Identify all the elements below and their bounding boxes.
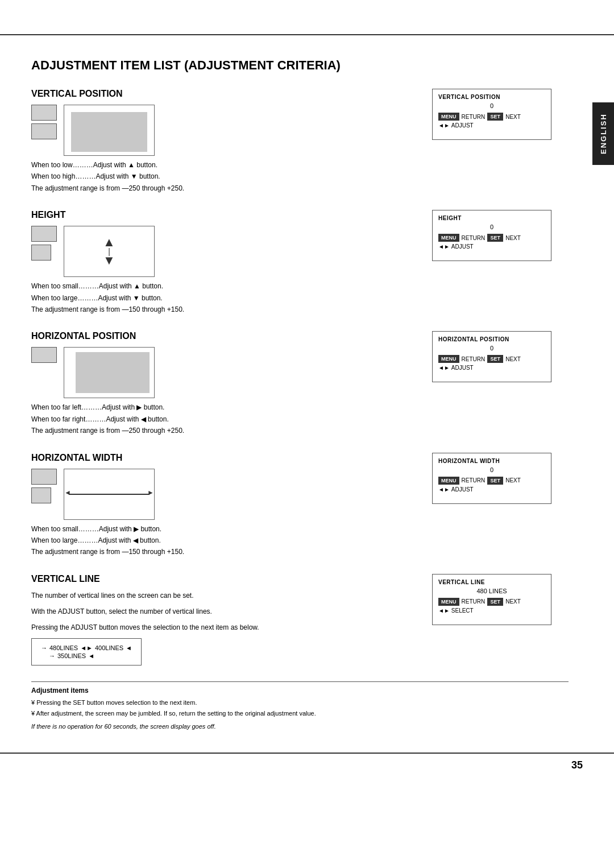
vline-flow-diagram: → 480LINES ◄► 400LINES ◄ → 350LINES ◄ [31,638,142,666]
menu-btn-hpos[interactable]: MENU [438,355,459,363]
desc-vline-2: With the ADJUST button, select the numbe… [31,606,415,617]
adjust-arrow-height: ◄► [438,243,450,250]
flow-480lines: 480LINES [49,644,78,651]
italic-note: If there is no operation for 60 seconds,… [31,723,569,730]
set-btn-vline[interactable]: SET [487,598,503,606]
set-btn-hwidth[interactable]: SET [487,477,503,485]
menu-btn-vline[interactable]: MENU [438,598,459,606]
menu-value-height: 0 [438,224,545,230]
menu-nav-vpos: MENU RETURN SET NEXT [438,113,545,121]
menu-nav-vline: MENU RETURN SET NEXT [438,598,545,606]
diagram-hwidth [31,469,415,520]
small-box-height-2 [31,245,51,261]
heading-vertical-line: VERTICAL LINE [31,574,415,584]
desc-vpos: When too low………Adjust with ▲ button. Whe… [31,159,415,194]
flow-350lines: 350LINES [57,652,86,659]
diagram-box-hwidth [64,469,155,520]
set-btn-hpos[interactable]: SET [487,355,503,363]
desc-vpos-high: When too high………Adjust with ▼ button. [31,171,415,182]
return-label-hpos: RETURN [462,356,486,362]
adjust-label-height: ADJUST [451,243,474,250]
heading-horizontal-width: HORIZONTAL WIDTH [31,453,415,463]
bottom-notes: Adjustment items ¥ Pressing the SET butt… [31,681,569,730]
notes-text: ¥ Pressing the SET button moves selectio… [31,697,569,718]
desc-hpos-left: When too far left………Adjust with ▶ button… [31,402,415,413]
flow-arrow-lr: ◄► [80,644,93,651]
desc-hpos-range: The adjustment range is from —250 throug… [31,425,415,436]
small-box-hwidth-1 [31,469,57,485]
menu-btn-vpos[interactable]: MENU [438,113,459,121]
small-box-vpos-1 [31,105,57,121]
menu-nav-height: MENU RETURN SET NEXT [438,234,545,242]
adjust-arrow-vpos: ◄► [438,122,450,129]
desc-height-range: The adjustment range is from —150 throug… [31,304,415,315]
page-title: ADJUSTMENT ITEM LIST (ADJUSTMENT CRITERI… [31,58,569,73]
set-btn-vpos[interactable]: SET [487,113,503,121]
notes-heading: Adjustment items [31,687,569,695]
english-tab: ENGLISH [592,102,614,165]
menu-value-vline: 480 LINES [438,588,545,594]
menu-nav-hpos: MENU RETURN SET NEXT [438,355,545,363]
small-boxes-vpos [31,105,57,139]
menu-box-height: HEIGHT 0 MENU RETURN SET NEXT ◄► ADJUST [432,210,551,261]
menu-adjust-hpos: ◄► ADJUST [438,365,545,371]
desc-hwidth-large: When too large………Adjust with ◀ button. [31,535,415,546]
section-vertical-position: VERTICAL POSITION When too low………Adjust … [31,89,569,194]
next-label-height: NEXT [505,235,521,241]
section-right-hpos: HORIZONTAL POSITION 0 MENU RETURN SET NE… [432,331,569,382]
menu-select-vline: ◄► SELECT [438,607,545,614]
menu-box-hwidth: HORIZONTAL WIDTH 0 MENU RETURN SET NEXT … [432,453,551,504]
adjust-label-vpos: ADJUST [451,122,474,129]
adjust-arrow-hwidth: ◄► [438,486,450,493]
section-right-vline: VERTICAL LINE 480 LINES MENU RETURN SET … [432,574,569,625]
adjust-label-hwidth: ADJUST [451,486,474,493]
section-right-vpos: VERTICAL POSITION 0 MENU RETURN SET NEXT… [432,89,569,140]
menu-adjust-height: ◄► ADJUST [438,243,545,250]
return-label-vpos: RETURN [462,114,486,120]
hpos-inner-box [76,352,150,393]
desc-height-small: When too small………Adjust with ▲ button. [31,280,415,292]
menu-value-hpos: 0 [438,345,545,352]
menu-btn-hwidth[interactable]: MENU [438,477,459,485]
adjust-arrow-hpos: ◄► [438,365,450,371]
diagram-height: ▲ | ▼ [31,226,415,277]
desc-hwidth: When too small………Adjust with ▶ button. W… [31,523,415,558]
desc-height-large: When too large………Adjust with ▼ button. [31,292,415,304]
small-box-hwidth-2 [31,487,51,503]
hwidth-screen [64,469,155,520]
menu-title-vpos: VERTICAL POSITION [438,94,545,100]
small-boxes-hwidth [31,469,57,503]
section-horizontal-width: HORIZONTAL WIDTH When too small………Adjust… [31,453,569,558]
main-content: ADJUSTMENT ITEM LIST (ADJUSTMENT CRITERI… [0,35,614,741]
desc-vpos-range: The adjustment range is from —250 throug… [31,183,415,194]
arrow-down-icon: ▼ [103,257,115,265]
small-boxes-height [31,226,57,261]
menu-title-hpos: HORIZONTAL POSITION [438,336,545,342]
section-vertical-line: VERTICAL LINE The number of vertical lin… [31,574,569,666]
small-box-hpos-1 [31,347,57,363]
next-label-hpos: NEXT [505,356,521,362]
desc-height: When too small………Adjust with ▲ button. W… [31,280,415,315]
page-container: ENGLISH ADJUSTMENT ITEM LIST (ADJUSTMENT… [0,34,614,868]
section-left-hpos: HORIZONTAL POSITION When too far left………… [31,331,432,436]
desc-hwidth-small: When too small………Adjust with ▶ button. [31,523,415,535]
set-btn-height[interactable]: SET [487,234,503,242]
diagram-box-hpos [64,347,155,398]
desc-hpos-right: When too far right………Adjust with ◀ butto… [31,414,415,425]
adjust-label-hpos: ADJUST [451,365,474,371]
diagram-box-vpos [64,105,155,156]
menu-box-vpos: VERTICAL POSITION 0 MENU RETURN SET NEXT… [432,89,551,140]
heading-horizontal-position: HORIZONTAL POSITION [31,331,415,341]
diagram-vpos [31,105,415,156]
section-left-hwidth: HORIZONTAL WIDTH When too small………Adjust… [31,453,432,558]
vpos-screen [64,105,155,156]
menu-value-hwidth: 0 [438,466,545,473]
flow-arrow-1: → [41,644,47,651]
section-left-vline: VERTICAL LINE The number of vertical lin… [31,574,432,666]
return-label-hwidth: RETURN [462,477,486,483]
menu-btn-height[interactable]: MENU [438,234,459,242]
menu-adjust-vpos: ◄► ADJUST [438,122,545,129]
next-label-vline: NEXT [505,598,521,605]
next-label-vpos: NEXT [505,114,521,120]
hpos-screen [64,347,155,398]
